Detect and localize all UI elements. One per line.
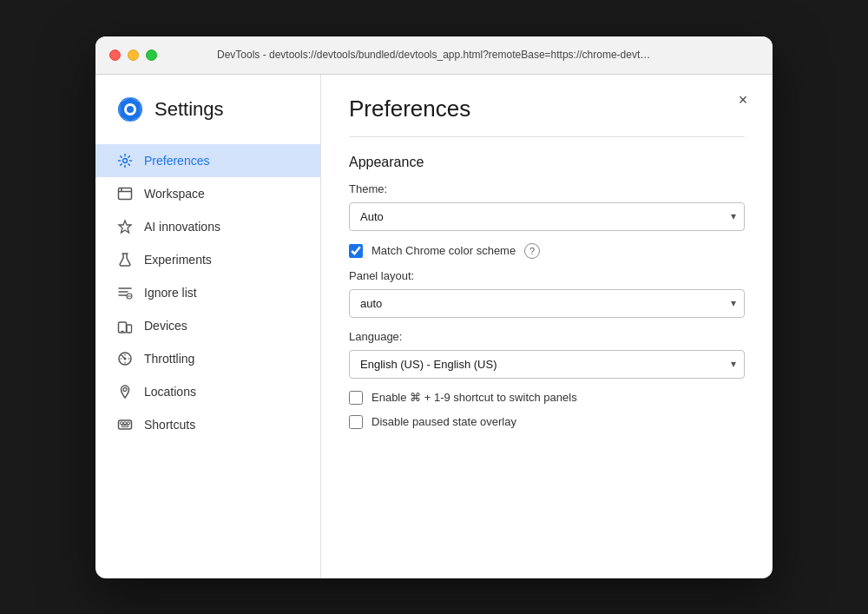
sidebar-item-label-experiments: Experiments xyxy=(144,253,212,267)
main-content: × Preferences Appearance Theme: Auto Lig… xyxy=(321,75,773,578)
sidebar-item-label-locations: Locations xyxy=(144,385,196,399)
match-color-label: Match Chrome color scheme xyxy=(372,244,516,257)
sidebar-nav: Preferences Workspace xyxy=(95,144,320,441)
sidebar-item-label-workspace: Workspace xyxy=(144,187,205,201)
sidebar-item-label-shortcuts: Shortcuts xyxy=(144,418,195,432)
match-color-row: Match Chrome color scheme ? xyxy=(349,243,745,259)
paused-overlay-label: Disable paused state overlay xyxy=(372,415,516,428)
sidebar-item-preferences[interactable]: Preferences xyxy=(95,144,320,177)
settings-window: DevTools - devtools://devtools/bundled/d… xyxy=(95,36,773,578)
switch-panels-row: Enable ⌘ + 1-9 shortcut to switch panels xyxy=(349,391,745,405)
svg-rect-13 xyxy=(124,422,127,425)
sidebar-header: Settings xyxy=(95,96,320,144)
experiments-icon xyxy=(116,251,134,268)
ignore-list-icon xyxy=(116,284,134,301)
sidebar-item-label-throttling: Throttling xyxy=(144,352,194,366)
panel-layout-select[interactable]: auto vertical horizontal xyxy=(349,289,745,318)
sidebar-item-label-ai: AI innovations xyxy=(144,220,220,234)
titlebar: DevTools - devtools://devtools/bundled/d… xyxy=(95,36,773,75)
svg-rect-14 xyxy=(128,422,130,425)
minimize-traffic-light[interactable] xyxy=(128,50,139,61)
svg-point-3 xyxy=(123,158,128,162)
svg-point-2 xyxy=(127,106,134,113)
appearance-section-title: Appearance xyxy=(349,155,745,170)
svg-point-9 xyxy=(124,357,127,360)
svg-rect-4 xyxy=(119,188,132,199)
paused-overlay-row: Disable paused state overlay xyxy=(349,415,745,429)
sidebar-item-shortcuts[interactable]: Shortcuts xyxy=(95,408,320,441)
language-select-wrapper: English (US) - English (US) System prefe… xyxy=(349,350,745,379)
close-button[interactable]: × xyxy=(731,89,755,113)
ai-icon xyxy=(116,218,134,235)
sidebar-item-ignore-list[interactable]: Ignore list xyxy=(95,276,320,309)
sidebar-item-devices[interactable]: Devices xyxy=(95,309,320,342)
paused-overlay-checkbox[interactable] xyxy=(349,415,363,429)
theme-label: Theme: xyxy=(349,182,745,195)
maximize-traffic-light[interactable] xyxy=(146,50,157,61)
window-body: Settings Preferences xyxy=(95,75,773,578)
language-select[interactable]: English (US) - English (US) System prefe… xyxy=(349,350,745,379)
sidebar-title: Settings xyxy=(155,98,224,121)
devices-icon xyxy=(116,317,134,334)
sidebar-item-workspace[interactable]: Workspace xyxy=(95,177,320,210)
sidebar-item-ai-innovations[interactable]: AI innovations xyxy=(95,210,320,243)
section-divider xyxy=(349,136,745,137)
throttling-icon xyxy=(116,350,134,367)
close-traffic-light[interactable] xyxy=(109,50,121,61)
traffic-lights xyxy=(109,50,157,61)
language-label: Language: xyxy=(349,330,745,343)
locations-icon xyxy=(116,383,134,400)
sidebar-item-label-preferences: Preferences xyxy=(144,154,209,168)
match-color-checkbox[interactable] xyxy=(349,244,363,258)
sidebar-item-throttling[interactable]: Throttling xyxy=(95,342,320,375)
sidebar-item-label-ignore: Ignore list xyxy=(144,286,197,300)
shortcuts-icon xyxy=(116,416,134,433)
preferences-icon xyxy=(116,152,134,169)
svg-rect-12 xyxy=(121,422,123,425)
sidebar: Settings Preferences xyxy=(95,75,321,578)
devtools-icon xyxy=(116,96,144,123)
theme-select-wrapper: Auto Light Dark System preference ▾ xyxy=(349,202,745,231)
theme-select[interactable]: Auto Light Dark System preference xyxy=(349,202,745,231)
panel-layout-select-wrapper: auto vertical horizontal ▾ xyxy=(349,289,745,318)
sidebar-item-experiments[interactable]: Experiments xyxy=(95,243,320,276)
switch-panels-checkbox[interactable] xyxy=(349,391,363,405)
panel-layout-label: Panel layout: xyxy=(349,269,745,282)
page-title: Preferences xyxy=(349,96,745,122)
titlebar-url: DevTools - devtools://devtools/bundled/d… xyxy=(217,49,651,61)
svg-rect-15 xyxy=(122,425,128,426)
workspace-icon xyxy=(116,185,134,202)
sidebar-item-locations[interactable]: Locations xyxy=(95,375,320,408)
sidebar-item-label-devices: Devices xyxy=(144,319,187,333)
svg-point-10 xyxy=(123,387,127,391)
svg-rect-7 xyxy=(127,325,132,333)
switch-panels-label: Enable ⌘ + 1-9 shortcut to switch panels xyxy=(372,391,577,404)
help-icon[interactable]: ? xyxy=(524,243,540,259)
